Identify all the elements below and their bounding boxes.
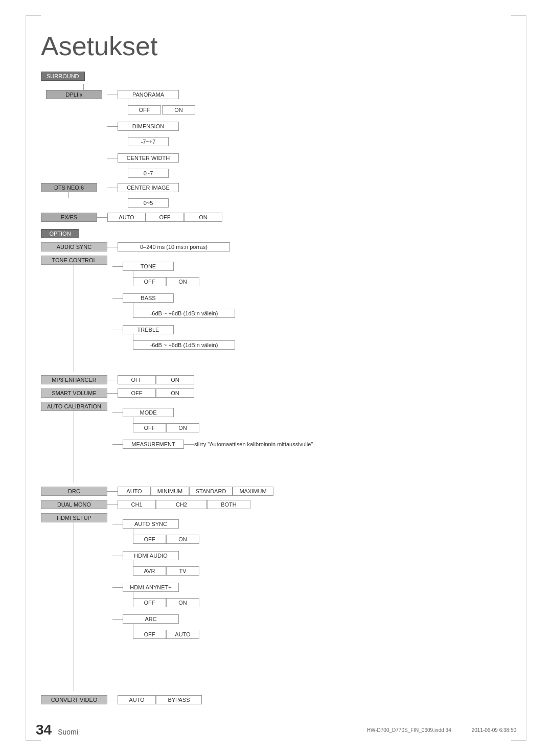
border-left xyxy=(26,15,26,741)
hdmi-auto-sync-on: ON xyxy=(166,535,199,544)
hdmi-anynet-on: ON xyxy=(166,598,199,607)
dual-mono-ch1: CH1 xyxy=(118,500,156,509)
arc-off: OFF xyxy=(133,630,166,639)
mode-on: ON xyxy=(166,423,199,432)
panorama-box: PANORAMA xyxy=(118,90,179,99)
convert-video-box: CONVERT VIDEO xyxy=(41,695,107,704)
footer: 34 Suomi HW-D700_D770S_FIN_0609.indd 34 … xyxy=(36,722,516,738)
surround-box: SURROUND xyxy=(41,72,85,81)
tone-on: ON xyxy=(166,277,199,286)
exes-box: EX/ES xyxy=(41,213,97,222)
center-width-value: 0~7 xyxy=(128,169,169,178)
hdmi-audio-tv: TV xyxy=(166,566,199,576)
smart-vol-on: ON xyxy=(156,388,194,398)
dimension-value: -7~+7 xyxy=(128,137,169,146)
mp3-on: ON xyxy=(156,375,194,384)
exes-auto: AUTO xyxy=(107,213,146,222)
hdmi-setup-box: HDMI SETUP xyxy=(41,513,107,522)
hdmi-auto-sync-off: OFF xyxy=(133,535,166,544)
dts-neo6-box: DTS NEO:6 xyxy=(41,183,97,192)
auto-cal-box: AUTO CALIBRATION xyxy=(41,402,107,411)
drc-minimum: MINIMUM xyxy=(151,487,189,496)
dual-mono-ch2: CH2 xyxy=(156,500,207,509)
border-bottom-right xyxy=(511,740,526,741)
exes-on: ON xyxy=(184,213,222,222)
smart-vol-off: OFF xyxy=(118,388,156,398)
dpliix-box: DPLIIx xyxy=(46,90,102,99)
menu-diagram: .dg { font-size: 11px; font-family: Aria… xyxy=(41,72,516,704)
page-number: 34 xyxy=(36,722,52,738)
panorama-off: OFF xyxy=(128,105,161,114)
border-top-left xyxy=(26,15,41,16)
footer-date: 2011-06-09 6:38:50 xyxy=(472,727,516,733)
center-width-box: CENTER WIDTH xyxy=(118,153,179,163)
audio-sync-box: AUDIO SYNC xyxy=(41,242,107,251)
drc-standard: STANDARD xyxy=(189,487,233,496)
border-right xyxy=(526,15,526,741)
footer-file: HW-D700_D770S_FIN_0609.indd 34 xyxy=(367,727,451,733)
measurement-box: MEASUREMENT xyxy=(123,440,184,449)
treble-value: -6dB ~ +6dB (1dB:n välein) xyxy=(133,340,235,350)
dimension-box: DIMENSION xyxy=(118,122,179,131)
drc-box: DRC xyxy=(41,487,107,496)
drc-auto: AUTO xyxy=(118,487,151,496)
smart-vol-box: SMART VOLUME xyxy=(41,388,107,398)
convert-video-auto: AUTO xyxy=(118,695,156,704)
mode-off: OFF xyxy=(133,423,166,432)
arc-auto: AUTO xyxy=(166,630,199,639)
convert-video-bypass: BYPASS xyxy=(156,695,202,704)
dual-mono-box: DUAL MONO xyxy=(41,500,107,509)
border-top-right xyxy=(511,15,526,16)
hdmi-audio-avr: AVR xyxy=(133,566,166,576)
hdmi-audio-box: HDMI AUDIO xyxy=(123,551,179,560)
page-language: Suomi xyxy=(58,728,78,736)
hdmi-anynet-off: OFF xyxy=(133,598,166,607)
diagram-content: SURROUND DPLIIx PANORAMA xyxy=(41,72,516,704)
exes-off: OFF xyxy=(146,213,184,222)
measurement-value: siirry "Automaattisen kalibroinnin mitta… xyxy=(194,441,313,447)
bass-value: -6dB ~ +6dB (1dB:n välein) xyxy=(133,309,235,318)
bass-box: BASS xyxy=(123,293,174,303)
hdmi-anynet-box: HDMI ANYNET+ xyxy=(123,583,179,592)
panorama-on: ON xyxy=(162,105,195,114)
center-image-box: CENTER IMAGE xyxy=(118,183,179,192)
mode-box: MODE xyxy=(123,408,174,417)
treble-box: TREBLE xyxy=(123,325,174,334)
tone-control-box: TONE CONTROL xyxy=(41,256,107,265)
page-title: Asetukset xyxy=(41,31,516,61)
mp3-box: MP3 ENHANCER xyxy=(41,375,107,384)
hdmi-auto-sync-box: AUTO SYNC xyxy=(123,519,179,529)
border-bottom-left xyxy=(26,740,41,741)
mp3-off: OFF xyxy=(118,375,156,384)
option-box: OPTION xyxy=(41,229,79,238)
center-image-value: 0~5 xyxy=(128,198,169,208)
arc-box: ARC xyxy=(123,614,179,624)
tone-off: OFF xyxy=(133,277,166,286)
tone-box: TONE xyxy=(123,262,174,271)
drc-maximum: MAXIMUM xyxy=(233,487,273,496)
audio-sync-value: 0–240 ms (10 ms:n porras) xyxy=(118,242,230,251)
dual-mono-both: BOTH xyxy=(207,500,250,509)
